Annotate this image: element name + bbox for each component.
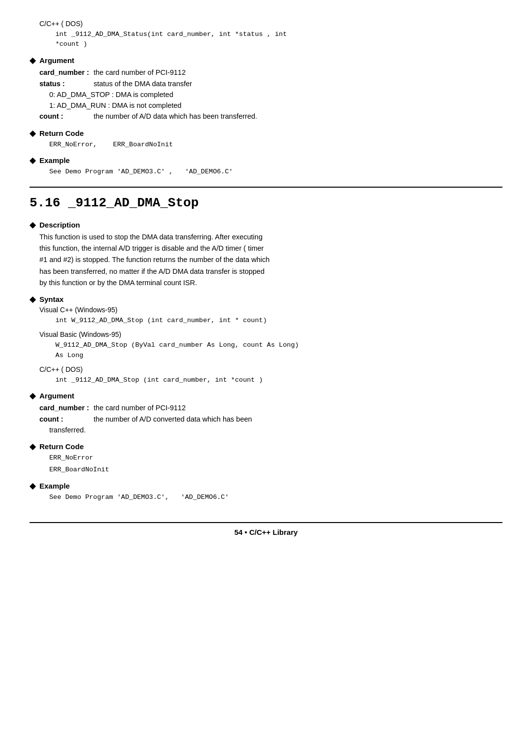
example-section-top: ◆ Example See Demo Program 'AD_DEMO3.C' … [30, 156, 502, 177]
status-detail-1: 0: AD_DMA_STOP : DMA is completed [49, 90, 502, 100]
argument-header-516: ◆ Argument [30, 391, 502, 400]
return-code-value2-516: ERR_BoardNoInit [49, 465, 502, 475]
diamond-icon-3: ◆ [30, 156, 35, 165]
return-code-value1-516: ERR_NoError [49, 453, 502, 463]
arg-row-count-516: count : the number of A/D converted data… [39, 414, 502, 425]
return-code-value-top: ERR_NoError, ERR_BoardNoInit [49, 140, 502, 150]
diamond-icon-8: ◆ [30, 481, 35, 491]
return-code-section-516: ◆ Return Code ERR_NoError ERR_BoardNoIni… [30, 442, 502, 475]
diamond-icon-6: ◆ [30, 391, 35, 400]
cpp-dos-label-top: C/C++ ( DOS) [39, 20, 502, 28]
argument-header-top: ◆ Argument [30, 56, 502, 65]
diamond-icon-4: ◆ [30, 220, 35, 230]
cpp-dos-label-516: C/C++ ( DOS) [39, 365, 502, 373]
argument-section-516: ◆ Argument card_number : the card number… [30, 391, 502, 436]
diamond-icon-7: ◆ [30, 442, 35, 451]
visual-cpp-code: int W_9112_AD_DMA_Stop (int card_number,… [39, 316, 502, 326]
status-label-top: status : [39, 78, 94, 90]
count-label-516: count : [39, 414, 94, 425]
arg-row-status-top: status : status of the DMA data transfer [39, 78, 502, 90]
visual-basic-label: Visual Basic (Windows-95) [39, 330, 502, 338]
arg-row-card-number-516: card_number : the card number of PCI-911… [39, 402, 502, 414]
arg-row-count-top: count : the number of A/D data which has… [39, 111, 502, 122]
return-code-section-top: ◆ Return Code ERR_NoError, ERR_BoardNoIn… [30, 129, 502, 150]
argument-body-top: card_number : the card number of PCI-911… [39, 67, 502, 123]
diamond-icon-2: ◆ [30, 129, 35, 138]
chapter-title-516: 5.16 _9112_AD_DMA_Stop [30, 196, 502, 210]
argument-body-516: card_number : the card number of PCI-911… [39, 402, 502, 436]
diamond-icon-1: ◆ [30, 56, 35, 65]
visual-cpp-label: Visual C++ (Windows-95) [39, 306, 502, 314]
return-code-header-516: ◆ Return Code [30, 442, 502, 451]
syntax-section: ◆ Syntax Visual C++ (Windows-95) int W_9… [30, 295, 502, 385]
example-header-516: ◆ Example [30, 481, 502, 491]
card-number-label-516: card_number : [39, 402, 94, 414]
example-value-top: See Demo Program 'AD_DEMO3.C' , 'AD_DEMO… [49, 167, 502, 177]
card-number-label-top: card_number : [39, 67, 94, 78]
description-header: ◆ Description [30, 220, 502, 230]
example-section-516: ◆ Example See Demo Program 'AD_DEMO3.C',… [30, 481, 502, 502]
footer-divider [30, 522, 502, 523]
footer: 54 • C/C++ Library [30, 528, 502, 536]
count-value-516: the number of A/D converted data which h… [94, 414, 252, 425]
cpp-dos-code-516: int _9112_AD_DMA_Stop (int card_number, … [39, 375, 502, 385]
count-value-top: the number of A/D data which has been tr… [94, 111, 257, 122]
visual-basic-code: W_9112_AD_DMA_Stop (ByVal card_number As… [39, 340, 502, 361]
section-divider [30, 187, 502, 188]
status-value-top: status of the DMA data transfer [94, 78, 192, 90]
argument-section-top: ◆ Argument card_number : the card number… [30, 56, 502, 123]
example-header-top: ◆ Example [30, 156, 502, 165]
card-number-value-516: the card number of PCI-9112 [94, 402, 186, 414]
description-section: ◆ Description This function is used to s… [30, 220, 502, 289]
example-value-516: See Demo Program 'AD_DEMO3.C', 'AD_DEMO6… [49, 493, 502, 502]
description-text: This function is used to stop the DMA da… [39, 231, 502, 289]
section-516: 5.16 _9112_AD_DMA_Stop ◆ Description Thi… [30, 196, 502, 502]
diamond-icon-5: ◆ [30, 295, 35, 304]
count-value2-516: transferred. [49, 425, 502, 436]
cpp-dos-code-top: int _9112_AD_DMA_Status(int card_number,… [39, 30, 502, 50]
count-label-top: count : [39, 111, 94, 122]
card-number-value-top: the card number of PCI-9112 [94, 67, 186, 78]
top-section: C/C++ ( DOS) int _9112_AD_DMA_Status(int… [30, 20, 502, 177]
arg-row-card-number-top: card_number : the card number of PCI-911… [39, 67, 502, 78]
page-content: C/C++ ( DOS) int _9112_AD_DMA_Status(int… [30, 20, 502, 536]
status-detail-2: 1: AD_DMA_RUN : DMA is not completed [49, 100, 502, 111]
syntax-header: ◆ Syntax [30, 295, 502, 304]
return-code-header-top: ◆ Return Code [30, 129, 502, 138]
